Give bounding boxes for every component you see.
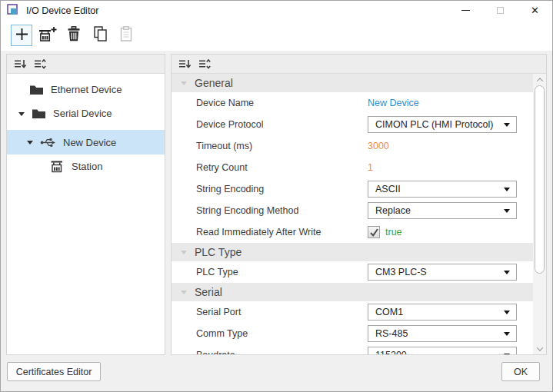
section-header-plc-type[interactable]: PLC Type	[172, 243, 533, 261]
section-title: Serial	[195, 286, 222, 298]
prop-label: String Encoding	[196, 184, 264, 194]
tree-item-ethernet-device[interactable]: Ethernet Device	[7, 78, 165, 101]
timeout-value[interactable]: 3000	[368, 141, 389, 151]
vertical-scrollbar[interactable]	[533, 74, 546, 354]
expand-all-icon[interactable]	[198, 59, 212, 69]
scroll-up-button[interactable]	[533, 74, 546, 85]
prop-row-device-name: Device Name New Device	[172, 92, 533, 114]
tree-item-new-device[interactable]: New Device	[7, 130, 165, 154]
collapse-all-icon[interactable]	[14, 59, 27, 69]
baudrate-dropdown[interactable]: 115200	[368, 347, 517, 354]
comm-type-dropdown[interactable]: RS-485	[368, 325, 517, 342]
prop-label: Comm Type	[196, 328, 248, 339]
certificates-editor-button[interactable]: Certificates Editor	[7, 362, 101, 381]
tree-item-label: Ethernet Device	[51, 84, 122, 95]
toolbar	[1, 20, 552, 51]
copy-button[interactable]	[89, 25, 111, 46]
read-immediately-checkbox[interactable]	[368, 226, 380, 238]
prop-row-comm-type: Comm Type RS-485	[172, 323, 533, 344]
tree-item-station[interactable]: Station	[7, 154, 165, 178]
retry-count-value[interactable]: 1	[368, 162, 373, 173]
chevron-down-icon	[504, 209, 510, 216]
station-icon	[50, 160, 65, 173]
plus-icon	[15, 28, 28, 44]
dropdown-value: 115200	[375, 350, 407, 354]
paste-icon	[120, 26, 132, 45]
add-station-button[interactable]	[37, 25, 58, 46]
close-button[interactable]: ✕	[518, 1, 552, 20]
dropdown-value: RS-485	[375, 328, 408, 339]
expander-down-icon[interactable]	[27, 141, 33, 148]
chevron-down-icon	[504, 123, 510, 130]
prop-label: PLC Type	[196, 267, 238, 277]
expander-down-icon[interactable]	[18, 112, 25, 119]
tree-panel-header	[7, 55, 165, 74]
maximize-icon	[497, 7, 504, 14]
maximize-button[interactable]	[483, 1, 518, 20]
tree-item-label: Station	[72, 161, 102, 172]
collapse-all-icon[interactable]	[178, 59, 192, 69]
chevron-down-icon	[504, 271, 510, 277]
prop-row-serial-port: Serial Port COM1	[172, 301, 533, 323]
tree-item-serial-device[interactable]: Serial Device	[7, 101, 165, 125]
section-title: PLC Type	[195, 246, 242, 258]
chevron-down-icon	[504, 332, 510, 339]
serial-port-dropdown[interactable]: COM1	[368, 304, 517, 321]
prop-label: Read Immediately After Write	[196, 227, 321, 238]
string-encoding-method-dropdown[interactable]: Replace	[368, 202, 517, 219]
copy-icon	[94, 26, 107, 45]
prop-label: Retry Count	[196, 162, 248, 173]
minimize-button[interactable]	[448, 1, 483, 20]
chevron-down-icon	[504, 311, 510, 317]
prop-row-baudrate: Baudrate 115200	[172, 344, 533, 354]
dropdown-value: CM3 PLC-S	[375, 267, 427, 277]
section-caret-icon	[181, 81, 187, 88]
device-tree: Ethernet Device Serial Device	[7, 74, 165, 178]
plc-type-dropdown[interactable]: CM3 PLC-S	[368, 264, 517, 281]
add-device-button[interactable]	[11, 25, 32, 46]
app-icon	[7, 4, 20, 17]
delete-button[interactable]	[63, 25, 85, 46]
chevron-down-icon	[504, 354, 510, 354]
scrollbar-thumb[interactable]	[535, 85, 545, 274]
prop-row-device-protocol: Device Protocol CIMON PLC (HMI Protocol)	[172, 114, 533, 135]
minimize-icon	[461, 10, 470, 11]
scroll-down-button[interactable]	[533, 343, 546, 354]
trash-icon	[67, 26, 81, 45]
section-caret-icon	[181, 251, 187, 257]
tree-item-label: Serial Device	[53, 108, 112, 119]
dropdown-value: CIMON PLC (HMI Protocol)	[375, 119, 494, 130]
close-icon: ✕	[531, 5, 539, 15]
string-encoding-dropdown[interactable]: ASCII	[368, 181, 517, 198]
ok-button[interactable]: OK	[501, 362, 540, 381]
section-header-serial[interactable]: Serial	[172, 283, 533, 301]
prop-row-retry-count: Retry Count 1	[172, 157, 533, 178]
property-panel: General Device Name New Device Device Pr…	[171, 54, 547, 355]
prop-row-string-encoding-method: String Encoding Method Replace	[172, 200, 533, 221]
dropdown-value: COM1	[375, 307, 403, 317]
expand-all-icon[interactable]	[34, 59, 47, 69]
section-header-general[interactable]: General	[172, 74, 533, 92]
check-icon	[369, 228, 379, 238]
prop-label: Device Name	[196, 98, 254, 108]
read-immediately-value: true	[385, 227, 402, 238]
window-controls: ✕	[448, 1, 552, 20]
property-grid: General Device Name New Device Device Pr…	[172, 74, 533, 354]
window-title: I/O Device Editor	[26, 5, 98, 16]
prop-label: Device Protocol	[196, 119, 264, 130]
prop-row-plc-type: PLC Type CM3 PLC-S	[172, 261, 533, 283]
prop-label: String Encoding Method	[196, 205, 298, 216]
titlebar: I/O Device Editor ✕	[1, 1, 552, 20]
device-protocol-dropdown[interactable]: CIMON PLC (HMI Protocol)	[368, 116, 517, 133]
section-title: General	[195, 77, 233, 89]
prop-label: Serial Port	[196, 307, 241, 317]
chevron-up-icon	[536, 78, 542, 84]
prop-row-read-immediately: Read Immediately After Write true	[172, 221, 533, 243]
usb-icon	[40, 136, 56, 148]
property-panel-header	[172, 55, 546, 74]
paste-button[interactable]	[115, 25, 137, 46]
device-name-value[interactable]: New Device	[368, 98, 419, 108]
folder-icon	[29, 84, 44, 95]
dropdown-value: Replace	[375, 205, 411, 216]
tree-item-label: New Device	[63, 137, 116, 148]
